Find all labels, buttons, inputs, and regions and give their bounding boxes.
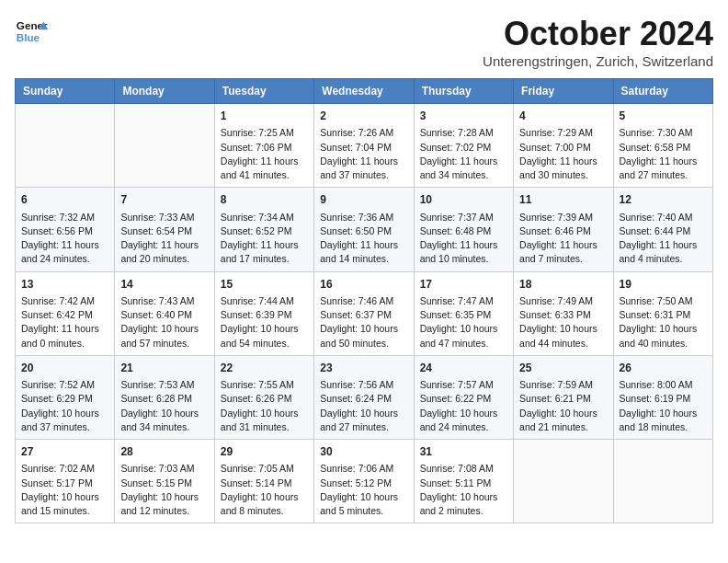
day-info: Sunrise: 7:43 AMSunset: 6:40 PMDaylight:…	[120, 294, 208, 350]
day-number: 13	[21, 277, 108, 293]
logo: General Blue	[15, 15, 48, 48]
day-of-week-header: Wednesday	[314, 79, 414, 104]
day-number: 10	[420, 192, 507, 208]
day-number: 29	[221, 444, 308, 460]
day-of-week-header: Thursday	[414, 79, 513, 104]
day-number: 14	[120, 277, 208, 293]
day-info: Sunrise: 8:00 AMSunset: 6:19 PMDaylight:…	[620, 378, 707, 434]
calendar-cell: 1Sunrise: 7:25 AMSunset: 7:06 PMDaylight…	[214, 104, 313, 188]
calendar-body: 1Sunrise: 7:25 AMSunset: 7:06 PMDaylight…	[16, 104, 713, 523]
calendar-cell: 26Sunrise: 8:00 AMSunset: 6:19 PMDayligh…	[613, 355, 712, 439]
day-info: Sunrise: 7:46 AMSunset: 6:37 PMDaylight:…	[320, 294, 407, 350]
calendar-week-row: 13Sunrise: 7:42 AMSunset: 6:42 PMDayligh…	[16, 271, 713, 355]
month-title: October 2024	[483, 15, 713, 53]
day-info: Sunrise: 7:42 AMSunset: 6:42 PMDaylight:…	[21, 294, 108, 350]
calendar-cell: 7Sunrise: 7:33 AMSunset: 6:54 PMDaylight…	[115, 188, 214, 271]
day-info: Sunrise: 7:32 AMSunset: 6:56 PMDaylight:…	[21, 211, 108, 267]
header-row: SundayMondayTuesdayWednesdayThursdayFrid…	[16, 79, 713, 104]
day-info: Sunrise: 7:52 AMSunset: 6:29 PMDaylight:…	[21, 378, 108, 434]
day-info: Sunrise: 7:47 AMSunset: 6:35 PMDaylight:…	[420, 294, 507, 350]
calendar-table: SundayMondayTuesdayWednesdayThursdayFrid…	[15, 78, 713, 523]
calendar-cell: 18Sunrise: 7:49 AMSunset: 6:33 PMDayligh…	[514, 271, 613, 355]
logo-icon: General Blue	[15, 15, 48, 48]
calendar-cell: 20Sunrise: 7:52 AMSunset: 6:29 PMDayligh…	[16, 355, 115, 439]
day-info: Sunrise: 7:05 AMSunset: 5:14 PMDaylight:…	[221, 462, 308, 518]
title-block: October 2024 Unterengstringen, Zurich, S…	[483, 15, 713, 69]
day-number: 17	[420, 277, 507, 293]
calendar-cell: 22Sunrise: 7:55 AMSunset: 6:26 PMDayligh…	[214, 355, 313, 439]
day-of-week-header: Tuesday	[214, 79, 313, 104]
day-number: 1	[221, 109, 308, 124]
calendar-header: SundayMondayTuesdayWednesdayThursdayFrid…	[16, 79, 713, 104]
calendar-cell	[115, 104, 214, 188]
day-of-week-header: Sunday	[16, 79, 115, 104]
day-number: 18	[519, 277, 607, 293]
calendar-cell: 4Sunrise: 7:29 AMSunset: 7:00 PMDaylight…	[514, 104, 613, 188]
day-info: Sunrise: 7:30 AMSunset: 6:58 PMDaylight:…	[620, 126, 707, 182]
calendar-cell: 30Sunrise: 7:06 AMSunset: 5:12 PMDayligh…	[314, 440, 414, 523]
day-number: 23	[320, 361, 407, 376]
calendar-cell: 31Sunrise: 7:08 AMSunset: 5:11 PMDayligh…	[414, 440, 513, 523]
calendar-cell: 29Sunrise: 7:05 AMSunset: 5:14 PMDayligh…	[214, 440, 313, 523]
day-number: 9	[320, 192, 407, 208]
calendar-cell: 13Sunrise: 7:42 AMSunset: 6:42 PMDayligh…	[16, 271, 115, 355]
day-number: 22	[221, 361, 308, 376]
page-header: General Blue October 2024 Unterengstring…	[15, 15, 713, 69]
day-info: Sunrise: 7:02 AMSunset: 5:17 PMDaylight:…	[21, 462, 108, 518]
day-info: Sunrise: 7:26 AMSunset: 7:04 PMDaylight:…	[320, 126, 407, 182]
day-number: 30	[320, 444, 407, 460]
calendar-week-row: 20Sunrise: 7:52 AMSunset: 6:29 PMDayligh…	[16, 355, 713, 439]
day-number: 24	[420, 361, 507, 376]
day-info: Sunrise: 7:53 AMSunset: 6:28 PMDaylight:…	[120, 378, 208, 434]
calendar-cell: 14Sunrise: 7:43 AMSunset: 6:40 PMDayligh…	[115, 271, 214, 355]
day-number: 21	[120, 361, 208, 376]
day-info: Sunrise: 7:28 AMSunset: 7:02 PMDaylight:…	[420, 126, 507, 182]
calendar-cell: 11Sunrise: 7:39 AMSunset: 6:46 PMDayligh…	[514, 188, 613, 271]
day-info: Sunrise: 7:50 AMSunset: 6:31 PMDaylight:…	[620, 294, 707, 350]
day-info: Sunrise: 7:25 AMSunset: 7:06 PMDaylight:…	[221, 126, 308, 182]
day-info: Sunrise: 7:57 AMSunset: 6:22 PMDaylight:…	[420, 378, 507, 434]
day-number: 3	[420, 109, 507, 124]
day-info: Sunrise: 7:33 AMSunset: 6:54 PMDaylight:…	[120, 211, 208, 267]
calendar-cell: 19Sunrise: 7:50 AMSunset: 6:31 PMDayligh…	[613, 271, 712, 355]
day-info: Sunrise: 7:36 AMSunset: 6:50 PMDaylight:…	[320, 211, 407, 267]
calendar-cell	[613, 440, 712, 523]
calendar-week-row: 1Sunrise: 7:25 AMSunset: 7:06 PMDaylight…	[16, 104, 713, 188]
day-number: 19	[620, 277, 707, 293]
day-number: 4	[519, 109, 607, 124]
location: Unterengstringen, Zurich, Switzerland	[483, 53, 713, 69]
calendar-cell: 25Sunrise: 7:59 AMSunset: 6:21 PMDayligh…	[514, 355, 613, 439]
day-info: Sunrise: 7:44 AMSunset: 6:39 PMDaylight:…	[221, 294, 308, 350]
day-number: 6	[21, 192, 108, 208]
calendar-cell: 21Sunrise: 7:53 AMSunset: 6:28 PMDayligh…	[115, 355, 214, 439]
calendar-cell: 27Sunrise: 7:02 AMSunset: 5:17 PMDayligh…	[16, 440, 115, 523]
day-number: 11	[519, 192, 607, 208]
calendar-cell	[16, 104, 115, 188]
day-info: Sunrise: 7:40 AMSunset: 6:44 PMDaylight:…	[620, 211, 707, 267]
calendar-cell: 2Sunrise: 7:26 AMSunset: 7:04 PMDaylight…	[314, 104, 414, 188]
calendar-cell: 12Sunrise: 7:40 AMSunset: 6:44 PMDayligh…	[613, 188, 712, 271]
day-number: 8	[221, 192, 308, 208]
day-info: Sunrise: 7:29 AMSunset: 7:00 PMDaylight:…	[519, 126, 607, 182]
day-of-week-header: Saturday	[613, 79, 712, 104]
day-number: 26	[620, 361, 707, 376]
calendar-cell: 23Sunrise: 7:56 AMSunset: 6:24 PMDayligh…	[314, 355, 414, 439]
calendar-week-row: 27Sunrise: 7:02 AMSunset: 5:17 PMDayligh…	[16, 440, 713, 523]
day-of-week-header: Friday	[514, 79, 613, 104]
day-number: 15	[221, 277, 308, 293]
calendar-cell	[514, 440, 613, 523]
calendar-cell: 17Sunrise: 7:47 AMSunset: 6:35 PMDayligh…	[414, 271, 513, 355]
calendar-cell: 9Sunrise: 7:36 AMSunset: 6:50 PMDaylight…	[314, 188, 414, 271]
day-info: Sunrise: 7:34 AMSunset: 6:52 PMDaylight:…	[221, 211, 308, 267]
calendar-cell: 16Sunrise: 7:46 AMSunset: 6:37 PMDayligh…	[314, 271, 414, 355]
day-info: Sunrise: 7:08 AMSunset: 5:11 PMDaylight:…	[420, 462, 507, 518]
day-info: Sunrise: 7:37 AMSunset: 6:48 PMDaylight:…	[420, 211, 507, 267]
calendar-cell: 8Sunrise: 7:34 AMSunset: 6:52 PMDaylight…	[214, 188, 313, 271]
day-info: Sunrise: 7:55 AMSunset: 6:26 PMDaylight:…	[221, 378, 308, 434]
day-number: 7	[120, 192, 208, 208]
calendar-week-row: 6Sunrise: 7:32 AMSunset: 6:56 PMDaylight…	[16, 188, 713, 271]
calendar-cell: 10Sunrise: 7:37 AMSunset: 6:48 PMDayligh…	[414, 188, 513, 271]
svg-text:Blue: Blue	[17, 31, 40, 43]
day-number: 2	[320, 109, 407, 124]
day-info: Sunrise: 7:39 AMSunset: 6:46 PMDaylight:…	[519, 211, 607, 267]
